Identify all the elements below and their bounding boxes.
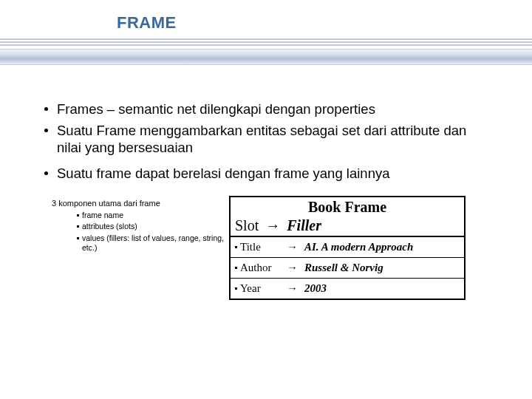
bullet-dot-icon — [44, 107, 48, 111]
box-header: Slot → Filler — [231, 217, 464, 237]
component-item: values (fillers: list of values, range, … — [77, 233, 229, 253]
slot-label: Author — [240, 262, 272, 274]
decorative-band — [0, 38, 532, 65]
bullet-dot-icon — [77, 225, 79, 228]
filler-value: 2003 — [304, 282, 327, 295]
arrow-icon: → — [287, 282, 304, 295]
title-area: FRAME — [0, 0, 532, 33]
slot-cell: Title — [235, 241, 287, 253]
lower-section: 3 komponen utama dari frame frame name a… — [0, 187, 532, 300]
box-row: Title → AI. A modern Approach — [231, 237, 464, 257]
bullet-dot-icon — [44, 171, 48, 175]
slide: FRAME Frames – semantic net dilengkapi d… — [0, 0, 532, 399]
filler-value: AI. A modern Approach — [304, 241, 413, 253]
bullet-dot-icon — [235, 246, 237, 248]
bullet-dot-icon — [44, 129, 48, 132]
bullet-dot-icon — [77, 237, 79, 239]
slot-label: Title — [240, 241, 261, 253]
component-item: frame name — [77, 211, 229, 221]
components-heading: 3 komponen utama dari frame — [52, 199, 229, 208]
bullet-dot-icon — [235, 267, 237, 269]
box-row: Author → Russell & Norvig — [231, 257, 464, 278]
arrow-icon: → — [287, 262, 304, 274]
bullet-dot-icon — [77, 214, 79, 216]
bullet-item: Suatu frame dapat berelasi dengan frame … — [44, 165, 488, 182]
bullet-text: Suatu Frame menggambarkan entitas sebaga… — [57, 122, 488, 156]
component-text: attributes (slots) — [82, 222, 137, 232]
bullet-text: Suatu frame dapat berelasi dengan frame … — [57, 165, 389, 182]
bullet-item: Suatu Frame menggambarkan entitas sebaga… — [44, 122, 488, 156]
component-text: values (fillers: list of values, range, … — [82, 233, 229, 253]
components-block: 3 komponen utama dari frame frame name a… — [52, 196, 229, 256]
bullet-item: Frames – semantic net dilengkapi dengan … — [44, 100, 488, 117]
component-text: frame name — [82, 211, 123, 221]
header-slot-label: Slot — [235, 217, 259, 233]
box-title: Book Frame — [231, 197, 464, 217]
arrow-icon: → — [287, 241, 304, 253]
book-frame-box: Book Frame Slot → Filler Title → AI. A m… — [229, 196, 466, 300]
header-filler-label: Filler — [287, 217, 321, 233]
slot-cell: Author — [235, 262, 287, 274]
bullet-text: Frames – semantic net dilengkapi dengan … — [57, 100, 375, 117]
box-row: Year → 2003 — [231, 278, 464, 299]
slot-label: Year — [240, 282, 261, 295]
component-item: attributes (slots) — [77, 222, 229, 232]
filler-value: Russell & Norvig — [304, 262, 383, 274]
arrow-icon: → — [265, 217, 280, 233]
main-content: Frames – semantic net dilengkapi dengan … — [0, 65, 532, 183]
slide-title: FRAME — [117, 13, 532, 33]
bullet-dot-icon — [235, 287, 237, 290]
slot-cell: Year — [235, 282, 287, 295]
example-box-wrap: Book Frame Slot → Filler Title → AI. A m… — [229, 196, 499, 300]
